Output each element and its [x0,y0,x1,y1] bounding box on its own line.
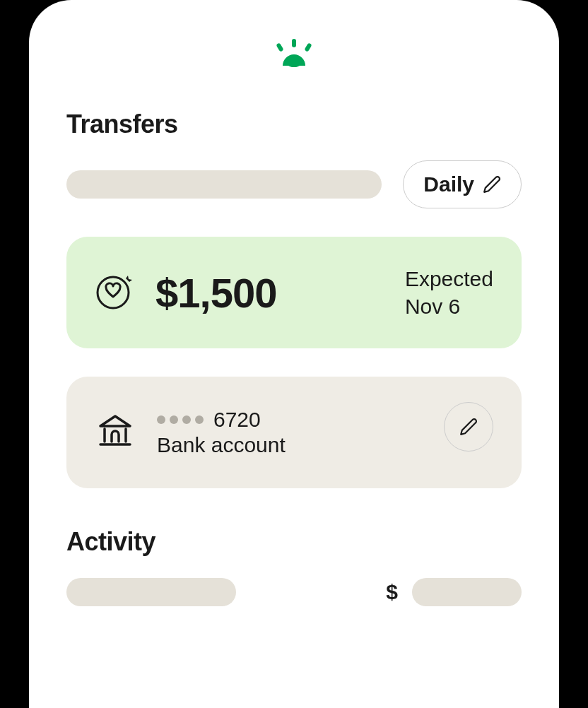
svg-point-3 [98,277,129,308]
activity-title: Activity [66,527,522,557]
pencil-icon [483,175,501,194]
account-last4: 6720 [213,408,261,432]
frequency-row: Daily [66,160,522,208]
expected-date: Nov 6 [405,293,493,320]
frequency-label: Daily [423,172,474,196]
expected-label: Expected [405,265,493,293]
svg-rect-0 [292,39,296,47]
phone-frame: Transfers Daily $1,500 Expected Nov 6 [29,0,559,708]
transfers-title: Transfers [66,110,522,139]
pencil-icon [459,418,478,436]
frequency-chip[interactable]: Daily [403,160,522,208]
account-number-row: 6720 [157,408,286,432]
svg-rect-1 [276,42,283,52]
currency-symbol: $ [386,580,398,604]
bank-account-label: Bank account [157,433,286,457]
svg-rect-2 [304,42,312,52]
bank-account-card: 6720 Bank account [66,377,522,488]
transfer-amount: $1,500 [155,269,276,317]
sunrise-icon [273,39,315,67]
bank-icon [95,411,136,454]
heart-target-icon [95,271,134,314]
bank-info: 6720 Bank account [157,408,286,457]
activity-section: Activity $ [66,527,522,606]
activity-row: $ [66,578,522,606]
transfer-amount-card: $1,500 Expected Nov 6 [66,237,522,348]
placeholder-bar [412,578,522,606]
app-logo [66,39,522,67]
edit-bank-button[interactable] [444,402,493,452]
masked-dots [157,415,204,424]
expected-block: Expected Nov 6 [405,265,493,320]
placeholder-bar [66,170,382,199]
placeholder-bar [66,578,236,606]
